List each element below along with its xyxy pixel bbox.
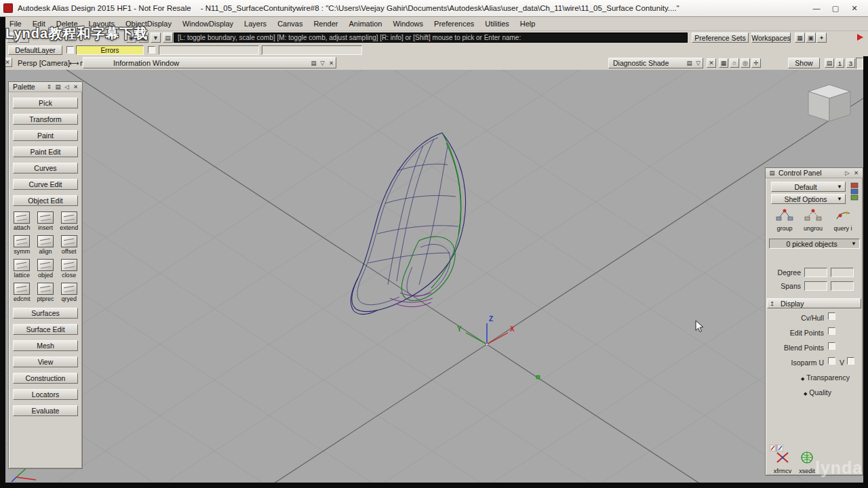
menu-item-preferences[interactable]: Preferences [429, 20, 479, 28]
spans-v-input[interactable] [831, 281, 854, 291]
picked-objects-bar[interactable]: 0 picked objects ▼ [769, 239, 860, 249]
palette-tool-align[interactable]: align [34, 235, 58, 255]
palette-button-pick[interactable]: Pick [13, 98, 78, 108]
flyout-arrow-icon[interactable] [857, 34, 863, 41]
cv-hull-checkbox[interactable] [828, 312, 835, 320]
maximize-button[interactable]: ▢ [826, 1, 845, 15]
favorites-icon[interactable]: ✦ [816, 33, 827, 43]
layout-grid-icon[interactable]: ▦ [795, 33, 805, 43]
palette-tool-offset[interactable]: offset [57, 235, 81, 255]
quality-expander[interactable]: ◆ Quality [804, 388, 831, 396]
palette-button-paint-edit[interactable]: Paint Edit [13, 146, 78, 157]
diagnostic-shade-bar[interactable]: Diagnostic Shade ▤ ▽ [608, 58, 703, 68]
pane-number-left[interactable]: 1 [835, 58, 844, 68]
diag-list-icon[interactable]: ▤ [685, 59, 694, 67]
palette-button-surface-edit[interactable]: Surface Edit [13, 324, 78, 335]
palette-tool-extend[interactable]: extend [57, 211, 81, 231]
cp-list-icon[interactable]: ▤ [768, 169, 776, 177]
info-close-icon[interactable]: ✕ [327, 59, 336, 67]
palette-button-object-edit[interactable]: Object Edit [13, 195, 78, 206]
header-scroll-strip[interactable] [856, 58, 863, 69]
shade-circle-icon[interactable]: ○ [730, 58, 739, 68]
pane-number-right[interactable]: 3 [846, 58, 855, 68]
errors-field[interactable]: Errors [76, 45, 144, 55]
shelf-options-dropdown[interactable]: Shelf Options ▼ [771, 194, 846, 204]
show-button[interactable]: Show [788, 58, 820, 68]
palette-tool-qryed[interactable]: qryed [57, 283, 81, 302]
palette-list-icon[interactable]: ▤ [54, 83, 62, 91]
info-list-icon[interactable]: ▤ [309, 59, 318, 67]
palette-tool-edcmt[interactable]: edcmt [10, 283, 34, 302]
palette-button-curves[interactable]: Curves [13, 163, 78, 174]
window-list-icon[interactable]: ▤ [825, 58, 834, 68]
pan-cross-icon[interactable]: ✛ [751, 58, 761, 68]
close-button[interactable]: ✕ [845, 1, 864, 15]
degree-u-input[interactable] [804, 268, 827, 277]
edit-points-checkbox[interactable] [828, 327, 835, 335]
menu-item-help[interactable]: Help [515, 20, 541, 28]
shelf-tool-ungroup[interactable]: ungrou [801, 207, 825, 232]
wireframe-model[interactable] [351, 133, 465, 314]
cp-expand-icon[interactable]: ▷ [843, 169, 852, 177]
control-panel-header[interactable]: ▤ Control Panel ▷ ✕ [766, 168, 863, 178]
promptline-list-icon[interactable]: ▤ [163, 33, 173, 43]
diag-close-icon[interactable]: ✕ [707, 58, 716, 68]
palette-button-paint[interactable]: Paint [13, 130, 78, 141]
palette-tool-objed[interactable]: objed [34, 259, 58, 279]
palette-tool-attach[interactable]: attach [10, 211, 34, 231]
palette-button-construction[interactable]: Construction [13, 373, 78, 384]
shade-target-icon[interactable]: ◎ [741, 58, 750, 68]
layer-field-1[interactable] [159, 45, 259, 55]
minimize-button[interactable]: — [807, 1, 826, 15]
menu-item-render[interactable]: Render [308, 20, 343, 28]
shelf-tool-query[interactable]: query i [831, 207, 855, 232]
palette-tool-lattice[interactable]: lattice [10, 259, 34, 279]
menu-item-windows[interactable]: Windows [387, 20, 429, 28]
palette-button-locators[interactable]: Locators [13, 389, 78, 400]
palette-tool-ptprec[interactable]: ptprec [34, 283, 58, 302]
palette-tool-insert[interactable]: insert [34, 211, 58, 231]
palette-updown-icon[interactable]: ⇕ [45, 83, 54, 91]
prompt-input[interactable]: [L: toggle boundary, scale comb] [M: tog… [174, 33, 688, 43]
display-section-header[interactable]: ↥ Display [767, 298, 861, 308]
palette-collapse-icon[interactable]: ◁ [62, 83, 71, 91]
information-window-bar[interactable]: Information Window ▤ ▽ ✕ [83, 57, 336, 68]
menu-item-windowdisplay[interactable]: WindowDisplay [177, 20, 239, 28]
menu-item-utilities[interactable]: Utilities [479, 20, 514, 28]
default-layer-button[interactable]: DefaultLayer [8, 45, 62, 55]
perspective-viewport[interactable]: Z X Y [5, 70, 863, 483]
isoparm-u-checkbox[interactable] [828, 357, 835, 365]
transparency-expander[interactable]: ◆ Transparency [801, 373, 850, 382]
cv-point-marker[interactable] [536, 375, 540, 379]
diag-dropdown-icon[interactable]: ▽ [694, 59, 703, 67]
shelf-stack-icon[interactable] [850, 182, 859, 205]
preference-sets-button[interactable]: Preference Sets [692, 33, 749, 43]
palette-tool-symm[interactable]: symm [10, 235, 34, 255]
preset-dropdown[interactable]: Default ▼ [771, 182, 846, 192]
palette-button-mesh[interactable]: Mesh [13, 340, 78, 351]
view-cube[interactable] [808, 85, 850, 121]
palette-button-evaluate[interactable]: Evaluate [13, 405, 78, 416]
shade-grid-icon[interactable]: ▦ [719, 58, 728, 68]
isoparm-v-checkbox[interactable] [847, 357, 854, 365]
lock-icon[interactable]: ▣ [806, 33, 816, 43]
shelf-tool-xfrmcv[interactable]: xfrmcv [771, 450, 794, 474]
snap-dropdown-icon[interactable]: ▼ [151, 33, 161, 43]
menu-item-canvas[interactable]: Canvas [272, 20, 308, 28]
left-right-icon[interactable]: ⟷ [69, 58, 79, 68]
shelf-tool-group[interactable]: group [772, 207, 797, 232]
layer-checkbox[interactable] [66, 46, 74, 54]
palette-button-surfaces[interactable]: Surfaces [13, 308, 78, 319]
errors-checkbox[interactable] [148, 46, 155, 54]
palette-close-icon[interactable]: ✕ [71, 83, 80, 91]
palette-tool-close[interactable]: close [57, 259, 81, 279]
spans-u-input[interactable] [804, 281, 827, 291]
workspaces-button[interactable]: Workspaces [751, 33, 791, 43]
layer-field-2[interactable] [262, 45, 362, 55]
palette-header[interactable]: Palette ⇕ ▤ ◁ ✕ [9, 82, 82, 92]
menu-item-animation[interactable]: Animation [344, 20, 388, 28]
blend-points-checkbox[interactable] [828, 342, 835, 350]
palette-button-transform[interactable]: Transform [13, 114, 78, 125]
palette-button-view[interactable]: View [13, 357, 78, 367]
cp-close-icon[interactable]: ✕ [852, 169, 861, 177]
